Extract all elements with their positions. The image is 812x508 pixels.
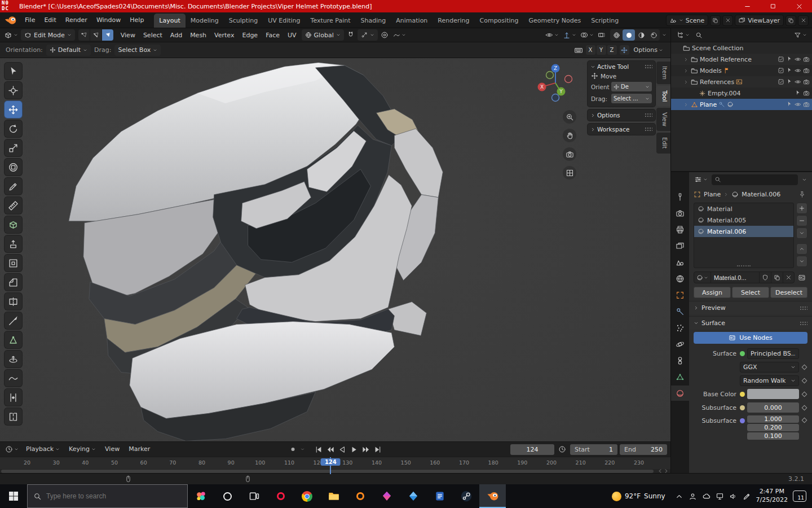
keyframe-diamond[interactable] [802, 378, 807, 383]
properties-tab-render[interactable] [671, 205, 689, 221]
shading-solid-button[interactable] [623, 29, 635, 41]
properties-tab-scene[interactable] [671, 255, 689, 270]
vertex-select-button[interactable] [78, 29, 90, 41]
remove-view-layer-button[interactable] [798, 15, 809, 26]
checkbox-toggle[interactable] [778, 56, 784, 63]
mirror-x-toggle[interactable]: X [586, 45, 595, 55]
tray-onedrive-icon[interactable] [702, 492, 710, 501]
weather-widget[interactable]: 92°F Sunny [607, 492, 670, 501]
jump-to-end-button[interactable] [372, 444, 383, 455]
np-drag-dropdown[interactable]: Select ... [611, 94, 652, 103]
material-slot-material-006[interactable]: Material.006 [694, 226, 793, 237]
poly-build-tool-button[interactable] [4, 331, 23, 349]
viewport-menu-mesh[interactable]: Mesh [186, 32, 210, 39]
viewport-menu-view[interactable]: View [117, 32, 139, 39]
keyframe-diamond[interactable] [802, 405, 807, 410]
smooth-tool-button[interactable] [4, 369, 23, 387]
loop-cut-tool-button[interactable] [4, 292, 23, 310]
material-nodes-button[interactable] [796, 272, 807, 283]
camera-toggle[interactable] [803, 78, 810, 85]
breadcrumb-material[interactable]: Material.006 [742, 191, 780, 198]
workspace-tab-compositing[interactable]: Compositing [475, 14, 524, 28]
outliner-row-scene-collection[interactable]: Scene Collection [671, 42, 812, 54]
keyframe-diamond[interactable] [802, 391, 807, 397]
timeline-menu-keying[interactable]: Keying [64, 442, 100, 457]
properties-search-input[interactable] [723, 176, 795, 183]
subsurface-radius-2[interactable]: 0.100 [747, 432, 799, 440]
deselect-button[interactable]: Deselect [770, 287, 807, 298]
material-slot-material-005[interactable]: Material.005 [694, 214, 793, 226]
properties-tab-physics[interactable] [671, 336, 689, 352]
spin-tool-button[interactable] [4, 350, 23, 368]
jump-to-prev-keyframe-button[interactable] [324, 444, 336, 455]
distribution-dropdown[interactable]: GGX [740, 362, 799, 373]
taskbar-app-doc-blue[interactable] [426, 484, 453, 508]
knife-tool-button[interactable] [4, 312, 23, 330]
outliner-row-model-reference[interactable]: Model Reference [671, 54, 812, 65]
menu-file[interactable]: File [20, 13, 39, 28]
proportional-edit-toggle[interactable] [379, 29, 390, 41]
mirror-y-toggle[interactable]: Y [597, 45, 606, 55]
taskbar-app-ring-red[interactable] [267, 484, 294, 508]
workspace-tab-sculpting[interactable]: Sculpting [224, 14, 263, 28]
surface-section-header[interactable]: Surface [689, 316, 812, 330]
minimize-button[interactable] [734, 0, 760, 12]
outliner-row-models[interactable]: Models [671, 65, 812, 76]
surface-shader-field[interactable]: Principled BS... [747, 348, 799, 359]
new-scene-button[interactable] [710, 15, 721, 26]
title-bar[interactable]: Blender* [C:\Users\AceofSpades024\Docume… [0, 0, 812, 12]
viewport-menu-uv[interactable]: UV [284, 32, 301, 39]
expand-toggle[interactable] [682, 80, 689, 85]
active-tool-header[interactable]: Active Tool [588, 62, 655, 71]
taskbar-app-ring-orange[interactable] [347, 484, 373, 508]
start-frame-field[interactable]: Start1 [570, 444, 617, 455]
gizmo-toggle[interactable] [620, 45, 629, 55]
outliner-row-empty-004[interactable]: Empty.004 [671, 87, 812, 99]
menu-edit[interactable]: Edit [39, 13, 60, 28]
timeline-editor-selector[interactable] [3, 444, 20, 455]
orient-dropdown[interactable]: De [611, 82, 652, 91]
overlays-dropdown[interactable] [579, 29, 595, 41]
viewport-menu-vertex[interactable]: Vertex [210, 32, 238, 39]
annotate-tool-button[interactable] [4, 177, 23, 195]
workspace-tab-layout[interactable]: Layout [154, 14, 185, 28]
unlink-scene-button[interactable] [722, 15, 733, 26]
base-color-swatch[interactable] [747, 389, 799, 399]
shading-wireframe-button[interactable] [610, 29, 623, 41]
viewport-menu-face[interactable]: Face [262, 32, 284, 39]
visibility-dropdown[interactable] [544, 29, 561, 41]
list-resize-grip[interactable] [737, 265, 751, 266]
orthographic-toggle-button[interactable] [563, 166, 576, 179]
properties-tab-material[interactable] [671, 386, 689, 401]
tray-volume-icon[interactable] [729, 492, 738, 501]
workspace-tab-rendering[interactable]: Rendering [433, 14, 474, 28]
taskbar-app-gem-blue[interactable] [400, 484, 426, 508]
eye-toggle[interactable] [795, 56, 801, 63]
pointer-toggle[interactable] [786, 78, 793, 85]
properties-editor-selector[interactable] [692, 174, 709, 185]
viewport-menu-edge[interactable]: Edge [238, 32, 262, 39]
tweak-select-tool-button[interactable] [4, 62, 23, 80]
menu-render[interactable]: Render [61, 13, 92, 28]
timeline-menu-view[interactable]: View [100, 442, 124, 457]
taskbar-app-coral[interactable] [188, 484, 214, 508]
taskbar-app-chrome[interactable] [294, 484, 320, 508]
jump-to-start-button[interactable] [312, 444, 324, 455]
sidebar-tab-item[interactable]: Item [656, 62, 670, 84]
properties-tab-tool[interactable] [671, 189, 689, 204]
sidebar-tab-view[interactable]: View [656, 108, 670, 131]
sidebar-tab-edit[interactable]: Edit [656, 133, 670, 153]
move-slot-up-button[interactable] [796, 243, 807, 255]
workspace-tab-texture-paint[interactable]: Texture Paint [306, 14, 356, 28]
playhead[interactable]: 124 [330, 457, 331, 474]
proportional-falloff-dropdown[interactable] [391, 29, 408, 41]
3d-viewport[interactable]: Z X Y Active [0, 58, 670, 441]
keyframe-diamond[interactable] [802, 418, 807, 423]
jump-to-next-keyframe-button[interactable] [360, 444, 372, 455]
play-reverse-button[interactable] [336, 444, 348, 455]
properties-search[interactable] [712, 174, 798, 185]
inset-faces-tool-button[interactable] [4, 254, 23, 272]
shading-dropdown[interactable] [660, 29, 668, 41]
browse-material-button[interactable] [694, 272, 711, 283]
properties-tab-modifiers[interactable] [671, 304, 689, 319]
